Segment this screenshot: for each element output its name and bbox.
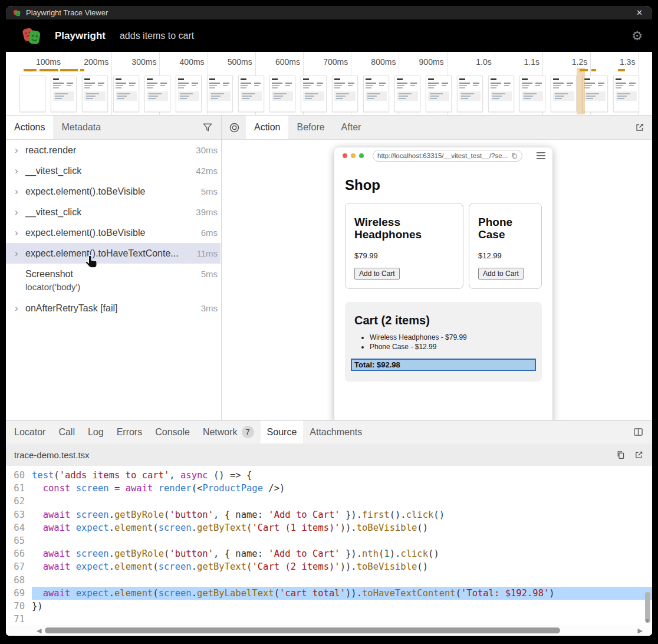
- action-sublabel: locator('body'): [6, 282, 221, 298]
- chevron-right-icon[interactable]: ›: [15, 186, 25, 196]
- action-row[interactable]: ›__vitest_click42ms: [6, 160, 221, 181]
- tab-action[interactable]: Action: [246, 116, 288, 139]
- tab-network[interactable]: Network 7: [196, 420, 261, 443]
- network-count-badge: 7: [242, 426, 254, 438]
- film-strip-frame[interactable]: [82, 75, 108, 112]
- cart-heading: Cart (2 items): [354, 314, 532, 327]
- scroll-left-icon[interactable]: ◀: [37, 627, 41, 635]
- action-row[interactable]: Screenshot5mslocator('body'): [6, 264, 221, 298]
- timeline-tick-label: 200ms: [64, 57, 108, 67]
- tab-call[interactable]: Call: [52, 420, 81, 443]
- scroll-right-icon[interactable]: ▶: [638, 627, 643, 635]
- action-label: onAfterRetryTask [fail]: [25, 303, 118, 314]
- film-strip-frame[interactable]: [457, 75, 483, 112]
- product-cards: Wireless Headphones $79.99 Add to Cart P…: [345, 203, 542, 289]
- tab-after[interactable]: After: [333, 116, 370, 139]
- timeline-action-bar: [40, 69, 58, 71]
- film-strip-frame[interactable]: [19, 75, 45, 112]
- tab-errors[interactable]: Errors: [110, 420, 149, 443]
- film-strip-frame[interactable]: [394, 75, 420, 112]
- scroll-down-icon[interactable]: ▼: [644, 617, 650, 624]
- chevron-right-icon[interactable]: ›: [15, 207, 25, 217]
- chevron-right-icon[interactable]: ›: [15, 248, 25, 258]
- tab-actions[interactable]: Actions: [6, 116, 53, 139]
- settings-gear-icon[interactable]: ⚙: [631, 29, 643, 42]
- tab-console[interactable]: Console: [149, 420, 196, 443]
- code-vertical-scrollbar[interactable]: ▼: [644, 467, 652, 624]
- timeline-tick-label: 600ms: [255, 57, 300, 67]
- code-horizontal-scrollbar[interactable]: ◀ ▶: [6, 625, 652, 636]
- code-line: 68: [6, 574, 652, 587]
- tab-locator[interactable]: Locator: [8, 420, 52, 443]
- copy-url-icon[interactable]: [511, 152, 518, 159]
- action-row[interactable]: ›expect.element().toBeVisible5ms: [6, 181, 221, 202]
- action-row-main: ›expect.element().toBeVisible6ms: [6, 222, 221, 243]
- action-row-main: ›__vitest_click39ms: [6, 202, 221, 222]
- tab-log[interactable]: Log: [81, 420, 110, 443]
- action-row[interactable]: ›expect.element().toBeVisible6ms: [6, 222, 221, 243]
- film-strip-frame[interactable]: [207, 75, 233, 112]
- chevron-right-icon[interactable]: ›: [15, 166, 25, 176]
- timeline-tick-label: 100ms: [16, 57, 61, 67]
- action-row[interactable]: ›react.render30ms: [6, 140, 221, 160]
- film-strip-frame[interactable]: [519, 75, 545, 112]
- film-strip: [19, 75, 652, 113]
- tab-before[interactable]: Before: [288, 116, 333, 139]
- timeline-action-bar: [60, 69, 78, 71]
- copy-source-icon[interactable]: [616, 450, 626, 460]
- chevron-right-icon[interactable]: ›: [15, 145, 25, 155]
- code-text: await screen.getByRole('button', { name:…: [32, 508, 652, 521]
- menu-icon: [537, 152, 545, 159]
- actions-panel: Actions Metadata ›react.render30ms›__vit…: [6, 116, 222, 420]
- product-card: Wireless Headphones $79.99 Add to Cart: [345, 203, 463, 289]
- close-icon[interactable]: ✕: [634, 8, 645, 17]
- chevron-right-icon[interactable]: ›: [15, 228, 25, 238]
- film-strip-frame[interactable]: [613, 75, 639, 112]
- snapshot-viewport: http://localhost:63315/__vitest_test__/?…: [222, 140, 652, 420]
- shop-heading: Shop: [345, 177, 542, 193]
- split-view-icon[interactable]: [633, 426, 644, 438]
- film-strip-frame[interactable]: [582, 75, 608, 112]
- film-strip-frame[interactable]: [113, 75, 139, 112]
- tab-label: Source: [267, 427, 297, 438]
- film-strip-frame[interactable]: [363, 75, 389, 112]
- action-row[interactable]: ›expect.element().toHaveTextConte...11ms: [6, 243, 221, 264]
- timeline-strip[interactable]: 100ms200ms300ms400ms500ms600ms700ms800ms…: [6, 52, 652, 116]
- action-duration: 11ms: [192, 248, 218, 258]
- line-number: 60: [6, 469, 32, 482]
- film-strip-frame[interactable]: [488, 75, 514, 112]
- tab-metadata[interactable]: Metadata: [53, 116, 109, 139]
- horizontal-scroll-thumb[interactable]: [45, 627, 560, 633]
- action-row[interactable]: ›onAfterRetryTask [fail]3ms: [6, 298, 221, 318]
- code-text: test('adds items to cart', async () => {: [32, 469, 652, 482]
- playwright-masks-icon: [13, 9, 21, 17]
- product-name: Phone Case: [478, 216, 532, 241]
- film-strip-frame[interactable]: [301, 75, 327, 112]
- chevron-right-icon[interactable]: ›: [15, 303, 25, 313]
- open-source-external-icon[interactable]: [634, 450, 644, 460]
- code-text: }): [32, 600, 652, 613]
- code-line: 60test('adds items to cart', async () =>…: [6, 469, 652, 482]
- film-strip-frame[interactable]: [238, 75, 264, 112]
- filter-icon[interactable]: [202, 122, 213, 133]
- add-to-cart-button[interactable]: Add to Cart: [478, 268, 524, 280]
- browser-dot-red: [343, 153, 347, 158]
- tab-attachments[interactable]: Attachments: [303, 420, 369, 443]
- target-icon[interactable]: [229, 122, 240, 133]
- film-strip-frame[interactable]: [144, 75, 170, 112]
- timeline-selected-range[interactable]: [577, 68, 585, 114]
- add-to-cart-button[interactable]: Add to Cart: [354, 268, 400, 280]
- action-row[interactable]: ›__vitest_click39ms: [6, 202, 221, 222]
- open-external-icon[interactable]: [634, 122, 645, 133]
- product-price: $12.99: [478, 251, 532, 260]
- film-strip-frame[interactable]: [332, 75, 358, 112]
- film-strip-frame[interactable]: [551, 75, 577, 112]
- product-name: Wireless Headphones: [354, 216, 454, 241]
- film-strip-frame[interactable]: [269, 75, 295, 112]
- tab-source[interactable]: Source: [261, 420, 304, 443]
- film-strip-frame[interactable]: [51, 75, 77, 112]
- film-strip-frame[interactable]: [426, 75, 452, 112]
- action-duration: 42ms: [191, 166, 218, 176]
- film-strip-frame[interactable]: [176, 75, 202, 112]
- cart-total-highlight: Total: $92.98: [351, 359, 536, 371]
